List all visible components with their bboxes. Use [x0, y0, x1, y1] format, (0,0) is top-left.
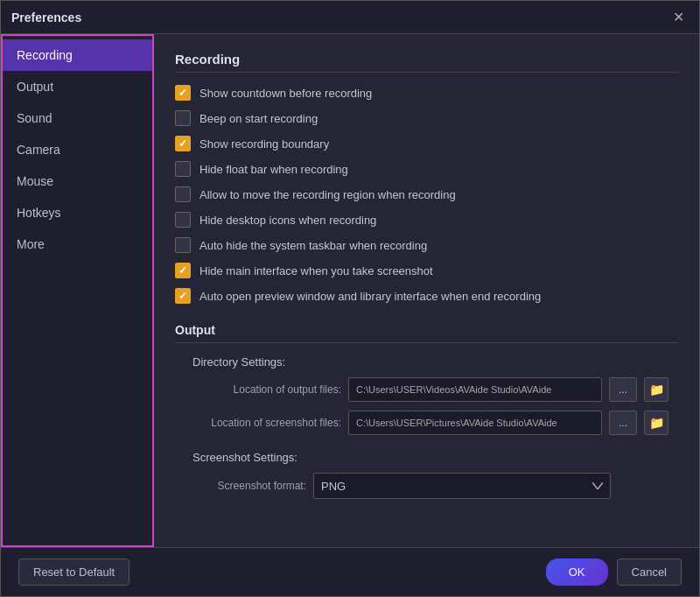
label-show-boundary: Show recording boundary	[200, 137, 329, 151]
checkbox-row-auto-hide-taskbar: Auto hide the system taskbar when record…	[175, 237, 678, 253]
sidebar-item-sound[interactable]: Sound	[3, 102, 152, 134]
sidebar: Recording Output Sound Camera Mouse Hotk…	[1, 34, 154, 547]
screenshot-format-select[interactable]: PNG JPG BMP GIF	[313, 473, 611, 499]
label-hide-desktop-icons: Hide desktop icons when recording	[200, 214, 376, 227]
label-hide-float-bar: Hide float bar when recording	[200, 163, 348, 176]
screenshot-files-label: Location of screenshot files:	[192, 417, 341, 429]
dialog-title: Preferences	[11, 11, 81, 25]
output-files-row: Location of output files: C:\Users\USER\…	[192, 377, 678, 402]
checkbox-row-beep-on-start: Beep on start recording	[175, 110, 678, 126]
directory-settings-label: Directory Settings:	[192, 355, 678, 369]
sidebar-item-hotkeys[interactable]: Hotkeys	[3, 197, 152, 228]
checkbox-auto-hide-taskbar[interactable]	[175, 237, 191, 253]
dialog-header: Preferences ✕	[1, 1, 699, 34]
checkbox-row-show-boundary: Show recording boundary	[175, 136, 678, 151]
checkbox-hide-float-bar[interactable]	[175, 161, 191, 177]
dialog-footer: Reset to Default OK Cancel	[1, 547, 699, 596]
checkbox-auto-open-preview[interactable]	[175, 288, 191, 304]
checkbox-hide-desktop-icons[interactable]	[175, 212, 191, 228]
output-section: Output Directory Settings: Location of o…	[175, 323, 678, 499]
recording-section-title: Recording	[175, 52, 678, 73]
output-files-dots-button[interactable]: ...	[609, 377, 637, 402]
folder-icon: 📁	[649, 383, 664, 397]
dialog-body: Recording Output Sound Camera Mouse Hotk…	[1, 34, 699, 547]
preferences-dialog: Preferences ✕ Recording Output Sound Cam…	[0, 0, 700, 597]
output-section-title: Output	[175, 323, 678, 343]
close-button[interactable]: ✕	[668, 7, 689, 28]
label-show-countdown: Show countdown before recording	[200, 87, 372, 100]
format-row: Screenshot format: PNG JPG BMP GIF	[192, 473, 678, 499]
screenshot-settings: Screenshot Settings: Screenshot format: …	[175, 451, 678, 499]
label-hide-main-interface: Hide main interface when you take screen…	[200, 264, 433, 277]
directory-settings: Directory Settings: Location of output f…	[175, 355, 678, 435]
screenshot-files-row: Location of screenshot files: C:\Users\U…	[192, 411, 678, 435]
screenshot-files-dots-button[interactable]: ...	[609, 411, 637, 435]
checkbox-row-hide-desktop-icons: Hide desktop icons when recording	[175, 212, 678, 228]
output-files-folder-button[interactable]: 📁	[644, 377, 668, 402]
checkbox-beep-on-start[interactable]	[175, 110, 191, 126]
sidebar-item-recording[interactable]: Recording	[3, 39, 152, 71]
output-files-label: Location of output files:	[192, 383, 341, 396]
main-content: Recording Show countdown before recordin…	[154, 34, 699, 547]
reset-to-default-button[interactable]: Reset to Default	[18, 558, 130, 586]
checkbox-row-show-countdown: Show countdown before recording	[175, 85, 678, 101]
format-label: Screenshot format:	[192, 480, 306, 492]
label-allow-move-region: Allow to move the recording region when …	[200, 188, 456, 201]
label-beep-on-start: Beep on start recording	[200, 112, 318, 125]
cancel-button[interactable]: Cancel	[617, 558, 682, 586]
checkbox-row-hide-float-bar: Hide float bar when recording	[175, 161, 678, 177]
checkbox-row-allow-move-region: Allow to move the recording region when …	[175, 186, 678, 202]
sidebar-item-output[interactable]: Output	[3, 71, 152, 102]
label-auto-hide-taskbar: Auto hide the system taskbar when record…	[200, 239, 427, 252]
checkbox-allow-move-region[interactable]	[175, 186, 191, 202]
screenshot-settings-label: Screenshot Settings:	[192, 451, 678, 464]
checkbox-row-auto-open-preview: Auto open preview window and library int…	[175, 288, 678, 304]
checkbox-row-hide-main-interface: Hide main interface when you take screen…	[175, 263, 678, 278]
checkbox-show-countdown[interactable]	[175, 85, 191, 101]
ok-button[interactable]: OK	[546, 558, 608, 586]
sidebar-item-more[interactable]: More	[3, 228, 152, 260]
folder-icon-2: 📁	[649, 416, 664, 430]
footer-right-buttons: OK Cancel	[546, 558, 682, 586]
screenshot-files-path[interactable]: C:\Users\USER\Pictures\AVAide Studio\AVA…	[348, 411, 602, 435]
checkbox-hide-main-interface[interactable]	[175, 263, 191, 278]
label-auto-open-preview: Auto open preview window and library int…	[200, 290, 541, 303]
sidebar-item-camera[interactable]: Camera	[3, 134, 152, 165]
screenshot-files-folder-button[interactable]: 📁	[644, 411, 668, 435]
sidebar-item-mouse[interactable]: Mouse	[3, 165, 152, 197]
checkbox-show-boundary[interactable]	[175, 136, 191, 151]
output-files-path[interactable]: C:\Users\USER\Videos\AVAide Studio\AVAid…	[348, 377, 602, 402]
